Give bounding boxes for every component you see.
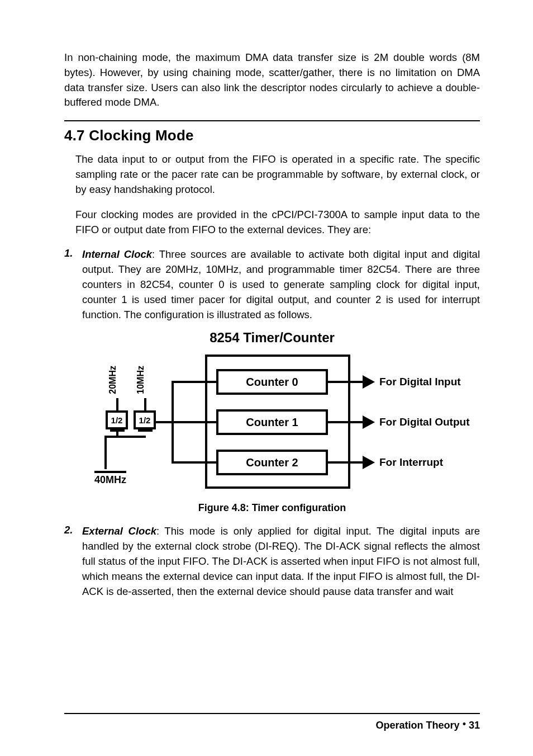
counter-0-box: Counter 0: [216, 369, 328, 395]
footer-page-number: 31: [469, 720, 480, 731]
line-out-1: [328, 421, 363, 423]
divider-box-1: 1/2: [134, 410, 156, 429]
line-40-vert: [104, 436, 107, 469]
line-out-2: [328, 461, 363, 464]
line-out-0: [328, 381, 363, 383]
divider-box-0: 1/2: [106, 410, 128, 429]
timer-diagram: Counter 0 Counter 1 Counter 2 For Digita…: [71, 349, 473, 494]
item-number: 2.: [64, 524, 82, 599]
footer-section: Operation Theory: [376, 720, 460, 731]
line-40-h: [104, 436, 130, 438]
line-stub-10: [144, 398, 146, 410]
section-divider-top: [64, 120, 480, 121]
label-20mhz: 20MHz: [108, 366, 118, 394]
label-40mhz: 40MHz: [94, 471, 126, 486]
section-heading: 4.7 Clocking Mode: [64, 127, 480, 144]
line-stub-20: [116, 398, 118, 410]
arrow-icon: [363, 415, 375, 429]
bullet-icon: •: [463, 719, 466, 730]
list-item: 1. Internal Clock: Three sources are ava…: [64, 247, 480, 322]
footer-divider: [64, 713, 480, 714]
arrow-icon: [363, 456, 375, 469]
output-label-2: For Interrupt: [379, 456, 443, 469]
item-term: Internal Clock: [82, 248, 152, 260]
figure-wrap: 8254 Timer/Counter Counter 0 Counter 1 C…: [64, 330, 480, 514]
figure-title: 8254 Timer/Counter: [64, 330, 480, 346]
item-body: Internal Clock: Three sources are availa…: [82, 247, 480, 322]
output-label-1: For Digital Output: [379, 416, 469, 428]
counter-2-box: Counter 2: [216, 450, 328, 475]
item-sep: :: [156, 525, 164, 537]
label-10mhz: 10MHz: [136, 366, 146, 394]
item-number: 1.: [64, 247, 82, 322]
item-sep: :: [152, 248, 159, 260]
line-foot-10: [138, 429, 153, 432]
output-label-0: For Digital Input: [379, 376, 461, 388]
item-body: External Clock: This mode is only applie…: [82, 524, 480, 599]
intro-paragraph: In non-chaining mode, the maximum DMA da…: [64, 50, 480, 110]
list-item: 2. External Clock: This mode is only app…: [64, 524, 480, 599]
figure-caption: Figure 4.8: Timer configuration: [64, 502, 480, 514]
counter-1-box: Counter 1: [216, 409, 328, 435]
line-in-0: [172, 381, 216, 383]
section-para-2: Four clocking modes are provided in the …: [75, 207, 480, 238]
section-para-1: The data input to or output from the FIF…: [75, 152, 480, 197]
line-vert-trunk: [172, 381, 174, 464]
arrow-icon: [363, 375, 375, 389]
line-in-2: [172, 461, 216, 464]
item-term: External Clock: [82, 525, 156, 537]
footer-text: Operation Theory • 31: [64, 720, 480, 731]
page-footer: Operation Theory • 31: [64, 713, 480, 731]
